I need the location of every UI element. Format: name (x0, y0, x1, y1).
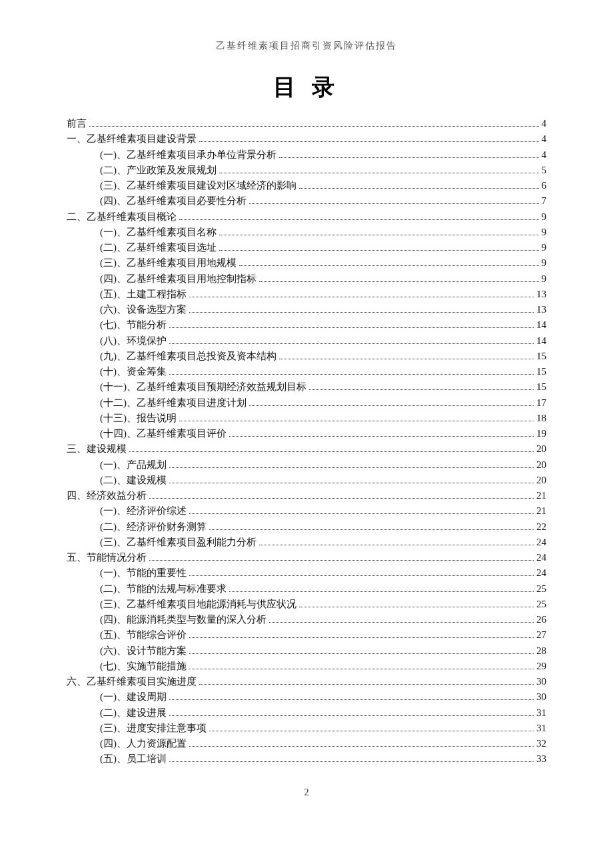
toc-entry[interactable]: (一)、经济评价综述21 (67, 503, 546, 519)
toc-entry[interactable]: (六)、设计节能方案28 (67, 643, 546, 659)
toc-entry[interactable]: (十二)、乙基纤维素项目进度计划17 (67, 395, 546, 411)
toc-entry-page: 33 (536, 751, 546, 767)
toc-entry-label: (三)、乙基纤维素项目盈利能力分析 (100, 535, 257, 550)
toc-entry-page: 24 (536, 550, 546, 565)
toc-entry[interactable]: 六、乙基纤维素项目实施进度30 (67, 674, 546, 689)
toc-entry[interactable]: (一)、节能的重要性24 (67, 565, 546, 581)
toc-leader-dots (169, 467, 534, 468)
toc-leader-dots (259, 545, 534, 545)
toc-leader-dots (229, 436, 534, 437)
toc-leader-dots (219, 250, 539, 251)
toc-entry-page: 28 (536, 643, 546, 659)
toc-entry-label: (三)、乙基纤维素项目地能源消耗与供应状况 (100, 597, 297, 612)
toc-entry-label: 五、节能情况分析 (67, 550, 147, 565)
toc-entry[interactable]: (一)、乙基纤维素项目名称9 (67, 225, 546, 240)
toc-entry[interactable]: (二)、建设进展31 (67, 705, 546, 721)
toc-entry[interactable]: (四)、能源消耗类型与数量的深入分析26 (67, 612, 546, 627)
toc-entry-page: 4 (542, 131, 547, 147)
toc-entry-page: 30 (536, 674, 546, 689)
toc-entry[interactable]: (一)、产品规划20 (67, 457, 546, 473)
toc-leader-dots (179, 219, 539, 220)
toc-entry-label: (十一)、乙基纤维素项目预期经济效益规划目标 (100, 379, 306, 395)
document-page: 乙基纤维素项目招商引资风险评估报告 目 录 前言4一、乙基纤维素项目建设背景4(… (0, 0, 613, 825)
toc-leader-dots (299, 188, 539, 189)
toc-entry-page: 5 (542, 163, 547, 178)
toc-entry[interactable]: (二)、建设规模20 (67, 473, 546, 488)
toc-entry-page: 15 (536, 379, 546, 395)
toc-entry[interactable]: (三)、乙基纤维素项目地能源消耗与供应状况25 (67, 597, 546, 612)
toc-entry[interactable]: (一)、建设周期30 (67, 689, 546, 705)
toc-entry[interactable]: 五、节能情况分析24 (67, 550, 546, 565)
toc-entry-label: (十三)、报告说明 (100, 411, 177, 426)
toc-entry-page: 6 (542, 178, 547, 193)
toc-entry-label: (四)、乙基纤维素项目必要性分析 (100, 193, 247, 209)
toc-entry[interactable]: (二)、产业政策及发展规划5 (67, 163, 546, 178)
toc-entry[interactable]: (三)、乙基纤维素项目用地规模9 (67, 255, 546, 271)
toc-entry-page: 30 (536, 689, 546, 705)
toc-entry[interactable]: (三)、乙基纤维素项目盈利能力分析24 (67, 535, 546, 550)
toc-leader-dots (169, 374, 534, 375)
toc-entry-label: (二)、节能的法规与标准要求 (100, 581, 227, 597)
toc-leader-dots (169, 699, 534, 700)
toc-entry[interactable]: 四、经济效益分析21 (67, 488, 546, 503)
toc-entry[interactable]: (一)、乙基纤维素项目承办单位背景分析4 (67, 147, 546, 163)
toc-entry-page: 9 (542, 271, 547, 287)
toc-entry[interactable]: (五)、土建工程指标13 (67, 287, 546, 302)
toc-leader-dots (219, 235, 539, 235)
toc-entry-page: 20 (536, 473, 546, 488)
toc-entry-label: (一)、乙基纤维素项目承办单位背景分析 (100, 147, 277, 163)
toc-leader-dots (299, 607, 534, 607)
toc-entry-page: 14 (536, 317, 546, 333)
toc-entry[interactable]: (四)、人力资源配置32 (67, 736, 546, 751)
toc-entry[interactable]: (八)、环境保护14 (67, 333, 546, 349)
toc-entry-label: (三)、进度安排注意事项 (100, 721, 207, 736)
toc-entry-label: (一)、乙基纤维素项目名称 (100, 225, 217, 240)
toc-entry[interactable]: (五)、节能综合评价27 (67, 627, 546, 643)
toc-entry-page: 27 (536, 627, 546, 643)
toc-entry[interactable]: 前言4 (67, 116, 546, 131)
toc-entry-page: 31 (536, 705, 546, 721)
toc-entry-page: 14 (536, 333, 546, 349)
toc-entry-label: (一)、产品规划 (100, 457, 167, 473)
toc-entry[interactable]: (二)、乙基纤维素项目选址9 (67, 240, 546, 255)
toc-entry-label: 前言 (67, 116, 87, 131)
toc-entry-label: (一)、经济评价综述 (100, 503, 187, 519)
toc-entry[interactable]: 二、乙基纤维素项目概论9 (67, 209, 546, 225)
toc-entry-label: (四)、乙基纤维素项目用地控制指标 (100, 271, 257, 287)
toc-entry-label: (三)、乙基纤维素项目建设对区域经济的影响 (100, 178, 297, 193)
toc-entry[interactable]: (十四)、乙基纤维素项目评价19 (67, 426, 546, 441)
toc-leader-dots (189, 575, 534, 576)
toc-entry[interactable]: (四)、乙基纤维素项目必要性分析7 (67, 193, 546, 209)
toc-entry-label: (八)、环境保护 (100, 333, 167, 349)
toc-entry[interactable]: (九)、乙基纤维素项目总投资及资本结构15 (67, 349, 546, 364)
table-of-contents: 前言4一、乙基纤维素项目建设背景4(一)、乙基纤维素项目承办单位背景分析4(二)… (67, 116, 546, 767)
toc-entry-page: 9 (542, 225, 547, 240)
toc-leader-dots (209, 731, 534, 731)
toc-leader-dots (269, 622, 534, 623)
toc-entry[interactable]: (五)、员工培训33 (67, 751, 546, 767)
toc-leader-dots (169, 343, 534, 344)
toc-entry[interactable]: (十三)、报告说明18 (67, 411, 546, 426)
toc-entry[interactable]: (二)、节能的法规与标准要求25 (67, 581, 546, 597)
toc-entry[interactable]: 三、建设规模20 (67, 441, 546, 457)
toc-leader-dots (229, 591, 534, 592)
toc-entry[interactable]: (四)、乙基纤维素项目用地控制指标9 (67, 271, 546, 287)
toc-entry[interactable]: (十)、资金筹集15 (67, 364, 546, 379)
toc-entry[interactable]: 一、乙基纤维素项目建设背景4 (67, 131, 546, 147)
toc-entry-page: 17 (536, 395, 546, 411)
toc-entry-label: (九)、乙基纤维素项目总投资及资本结构 (100, 349, 277, 364)
toc-entry[interactable]: (七)、实施节能措施29 (67, 659, 546, 674)
toc-entry-page: 24 (536, 565, 546, 581)
toc-entry[interactable]: (二)、经济评价财务测算22 (67, 519, 546, 535)
toc-entry-page: 24 (536, 535, 546, 550)
toc-entry-label: 四、经济效益分析 (67, 488, 147, 503)
toc-entry[interactable]: (三)、进度安排注意事项31 (67, 721, 546, 736)
toc-leader-dots (279, 359, 534, 359)
toc-entry[interactable]: (六)、设备选型方案13 (67, 302, 546, 317)
toc-leader-dots (199, 141, 539, 142)
toc-entry[interactable]: (十一)、乙基纤维素项目预期经济效益规划目标15 (67, 379, 546, 395)
toc-entry-page: 9 (542, 240, 547, 255)
toc-entry-label: (四)、能源消耗类型与数量的深入分析 (100, 612, 267, 627)
toc-entry[interactable]: (三)、乙基纤维素项目建设对区域经济的影响6 (67, 178, 546, 193)
toc-entry[interactable]: (七)、节能分析14 (67, 317, 546, 333)
